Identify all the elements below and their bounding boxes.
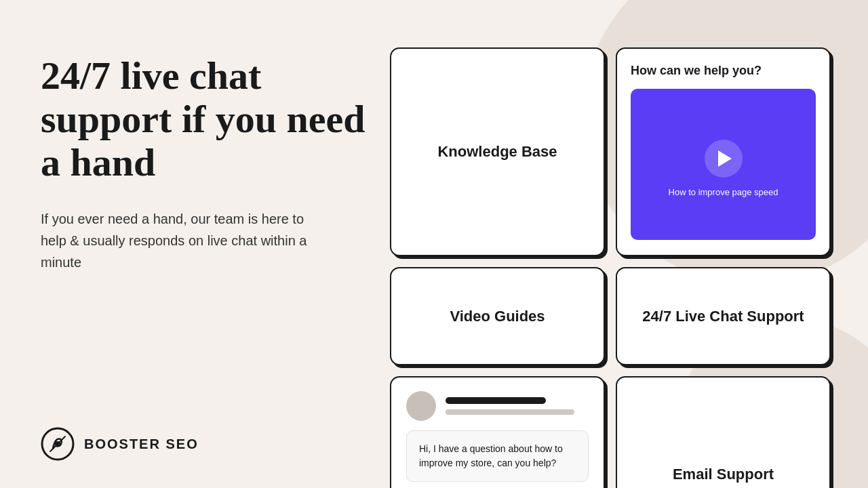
right-section: Knowledge Base How can we help you? How … [390,47,831,488]
knowledge-base-card[interactable]: Knowledge Base [390,47,605,256]
video-caption: How to improve page speed [669,187,778,197]
avatar [406,391,436,421]
video-thumbnail[interactable]: How to improve page speed [631,89,816,240]
left-section: 24/7 live chat support if you need a han… [41,54,366,273]
email-support-label: Email Support [673,466,774,483]
live-chat-label: 24/7 Live Chat Support [642,308,804,325]
play-button[interactable] [705,140,743,178]
help-card[interactable]: How can we help you? How to improve page… [616,47,831,256]
chat-bubble: Hi, I have a question about how to impro… [406,430,589,482]
chat-lines [446,397,589,415]
help-card-title: How can we help you? [631,64,762,78]
video-guides-label: Video Guides [450,308,545,325]
chat-header [406,391,589,421]
chat-card: Hi, I have a question about how to impro… [390,376,605,488]
logo-text: BOOSTER SEO [84,436,199,452]
live-chat-support-card[interactable]: 24/7 Live Chat Support [616,267,831,365]
chat-bubble-text: Hi, I have a question about how to impro… [419,443,563,468]
knowledge-base-label: Knowledge Base [437,143,557,161]
email-support-card[interactable]: Email Support [616,376,831,488]
chat-line-light [446,409,574,415]
sub-text: If you ever need a hand, our team is her… [41,208,326,273]
chat-line-dark [446,397,546,404]
video-guides-card[interactable]: Video Guides [390,267,605,365]
main-heading: 24/7 live chat support if you need a han… [41,54,366,184]
booster-seo-logo-icon [41,427,75,461]
play-icon [718,150,732,167]
logo-section: BOOSTER SEO [41,427,199,461]
